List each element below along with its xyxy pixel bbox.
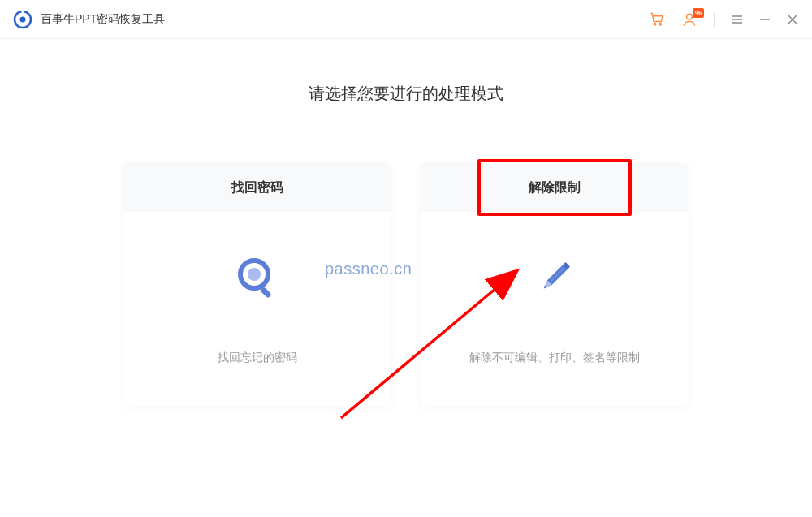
svg-point-13 bbox=[248, 268, 261, 281]
magnifier-icon bbox=[235, 253, 280, 302]
header-divider bbox=[714, 12, 715, 27]
titlebar-left: 百事牛PPT密码恢复工具 bbox=[13, 10, 165, 29]
svg-rect-2 bbox=[22, 11, 24, 15]
svg-point-3 bbox=[654, 23, 656, 25]
window-controls bbox=[731, 13, 799, 26]
svg-line-19 bbox=[551, 268, 564, 282]
account-badge: % bbox=[693, 8, 704, 18]
main-content: 请选择您要进行的处理模式 找回密码 找回忘记的密码 解除限制 bbox=[0, 39, 812, 407]
minimize-button[interactable] bbox=[758, 13, 771, 26]
card-title: 找回密码 bbox=[123, 163, 391, 212]
recover-password-card[interactable]: 找回密码 找回忘记的密码 bbox=[123, 163, 391, 407]
svg-point-4 bbox=[659, 23, 662, 25]
close-button[interactable] bbox=[786, 13, 799, 26]
svg-point-1 bbox=[20, 16, 26, 22]
card-body: 找回忘记的密码 bbox=[201, 212, 313, 407]
card-title: 解除限制 bbox=[421, 163, 689, 212]
pencil-icon bbox=[534, 253, 575, 302]
cart-icon[interactable] bbox=[649, 11, 665, 28]
card-description: 解除不可编辑、打印、签名等限制 bbox=[469, 351, 640, 365]
remove-restriction-card[interactable]: 解除限制 解除不可编辑、打印、签名等限制 bbox=[421, 163, 689, 407]
page-heading: 请选择您要进行的处理模式 bbox=[309, 83, 503, 105]
card-body: 解除不可编辑、打印、签名等限制 bbox=[453, 212, 656, 407]
card-description: 找回忘记的密码 bbox=[218, 351, 297, 365]
app-logo-icon bbox=[13, 10, 32, 29]
account-icon[interactable]: % bbox=[681, 11, 698, 28]
mode-cards-row: 找回密码 找回忘记的密码 解除限制 bbox=[123, 163, 689, 407]
titlebar-right: % bbox=[649, 11, 799, 28]
titlebar: 百事牛PPT密码恢复工具 % bbox=[0, 0, 812, 39]
svg-point-5 bbox=[687, 14, 693, 19]
menu-button[interactable] bbox=[731, 13, 744, 26]
app-title: 百事牛PPT密码恢复工具 bbox=[41, 12, 165, 27]
